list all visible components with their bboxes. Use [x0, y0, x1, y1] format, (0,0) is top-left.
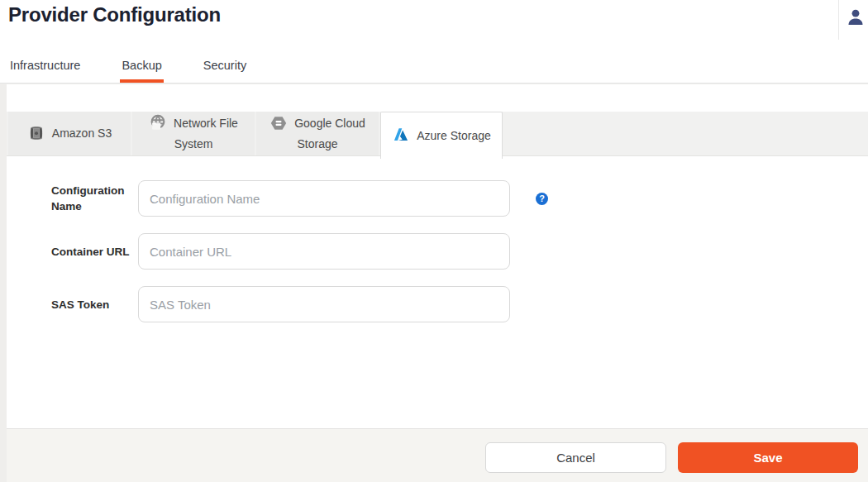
header-divider — [838, 0, 839, 40]
help-icon[interactable]: ? — [536, 193, 548, 205]
network-file-system-icon — [149, 114, 167, 132]
main-nav: Infrastructure Backup Security — [8, 59, 286, 83]
provider-tab-azure-storage[interactable]: Azure Storage — [380, 112, 503, 159]
provider-tab-label: Azure Storage — [417, 129, 491, 142]
provider-tab-label: Amazon S3 — [52, 126, 112, 140]
sas-token-input[interactable] — [138, 286, 510, 322]
page-header: Provider Configuration Infrastructure Ba… — [0, 0, 868, 84]
container-url-label: Container URL — [51, 244, 133, 260]
container-url-input[interactable] — [138, 233, 510, 270]
user-icon[interactable] — [846, 7, 866, 27]
provider-tab-strip: Amazon S3 Network File System — [7, 112, 868, 156]
sas-token-label: SAS Token — [51, 297, 133, 313]
azure-storage-icon — [392, 126, 410, 145]
nav-tab-security[interactable]: Security — [202, 59, 248, 83]
google-cloud-storage-icon — [269, 114, 288, 132]
provider-tab-label: Google Cloud Storage — [294, 117, 365, 150]
provider-tab-label: Network File System — [174, 117, 238, 150]
content-card: Amazon S3 Network File System — [7, 84, 868, 482]
provider-tab-amazon-s3[interactable]: Amazon S3 — [8, 112, 131, 155]
nav-tab-backup[interactable]: Backup — [120, 59, 163, 83]
form-row-configuration-name: Configuration Name ? — [51, 180, 868, 217]
form-footer: Cancel Save — [7, 428, 868, 482]
configuration-name-input[interactable] — [138, 180, 510, 217]
save-button[interactable]: Save — [678, 442, 858, 473]
form-row-container-url: Container URL — [51, 233, 868, 270]
page-title: Provider Configuration — [8, 3, 221, 26]
configuration-name-label: Configuration Name — [51, 183, 133, 214]
amazon-s3-icon — [27, 124, 45, 142]
form-row-sas-token: SAS Token — [51, 286, 868, 322]
cancel-button[interactable]: Cancel — [485, 442, 666, 473]
provider-tab-google-cloud-storage[interactable]: Google Cloud Storage — [256, 112, 379, 155]
nav-tab-infrastructure[interactable]: Infrastructure — [8, 59, 82, 83]
azure-storage-form: Configuration Name ? Container URL SAS T… — [7, 157, 868, 339]
provider-configuration-page: Provider Configuration Infrastructure Ba… — [0, 0, 868, 482]
provider-tab-network-file-system[interactable]: Network File System — [132, 112, 255, 155]
